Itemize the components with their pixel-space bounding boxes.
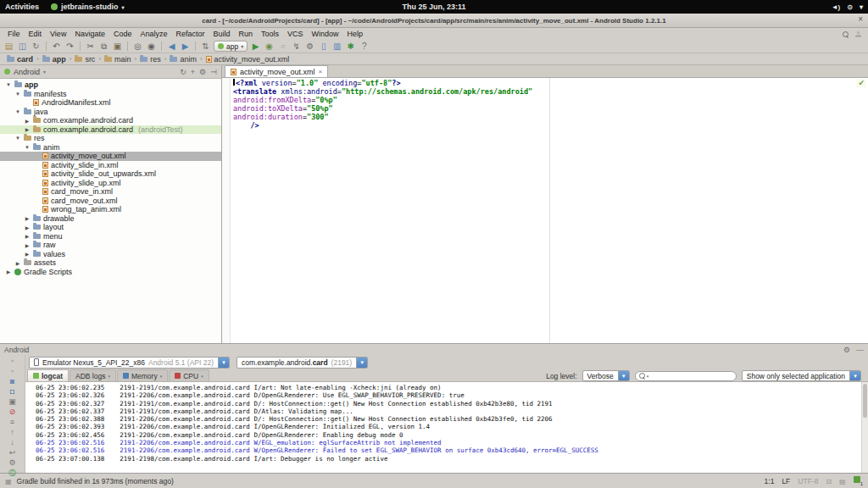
breadcrumb-item-anim[interactable]: anim [168, 55, 198, 64]
collapse-arrow-icon[interactable]: ▼ [14, 92, 21, 97]
log-line[interactable]: 06-25 23:06:02.393 2191-2206/com.example… [36, 423, 868, 430]
scroll-down-icon[interactable]: ↓ [10, 437, 14, 447]
expand-arrow-icon[interactable]: ▶ [24, 225, 31, 230]
menu-edit[interactable]: Edit [25, 30, 47, 38]
tree-item-menu[interactable]: ▶menu [0, 232, 221, 241]
expand-icon[interactable]: + [191, 68, 195, 76]
terminate-app-icon[interactable]: ⊘ [9, 407, 16, 417]
scroll-up-icon[interactable]: ↑ [10, 427, 14, 437]
breadcrumb-item-card[interactable]: card [5, 55, 35, 64]
paste-icon[interactable]: ▣ [112, 42, 123, 51]
panel-gear-icon[interactable]: ⚙ [843, 346, 850, 354]
tree-item-card-move-out-xml[interactable]: card_move_out.xml [0, 197, 221, 206]
menu-analyze[interactable]: Analyze [136, 30, 171, 38]
log-line[interactable]: 06-25 23:06:02.516 2191-2206/com.example… [36, 439, 868, 446]
tree-item-com-example-android-card[interactable]: ▶com.example.android.card [0, 116, 221, 125]
run-configuration-select[interactable]: app ▾ [214, 41, 248, 52]
scroll-from-source-icon[interactable]: ↻ [180, 68, 186, 76]
toolwindow-toggle-icon[interactable]: ▦ [5, 478, 12, 485]
filter-arrow-icon[interactable]: ▼ [849, 370, 860, 381]
run-icon[interactable]: ▶ [250, 42, 261, 51]
menu-tools[interactable]: Tools [257, 30, 283, 38]
expand-arrow-icon[interactable]: ▶ [24, 215, 31, 221]
log-line[interactable]: 06-25 23:06:02.456 2191-2206/com.example… [36, 431, 868, 439]
menu-navigate[interactable]: Navigate [70, 30, 109, 38]
tree-item-java[interactable]: ▼java [0, 108, 221, 117]
close-window-icon[interactable]: × [858, 14, 863, 24]
settings-icon[interactable]: ⚙ [304, 42, 315, 51]
tree-item-activity-move-out-xml[interactable]: activity_move_out.xml [0, 152, 221, 161]
copy-icon[interactable]: ⧉ [98, 42, 109, 51]
back-icon[interactable]: ◀ [166, 42, 177, 51]
menu-file[interactable]: File [3, 30, 25, 38]
hide-panel-icon[interactable]: ⊣ [210, 68, 217, 76]
device-select-arrow-icon[interactable]: ▼ [218, 357, 229, 369]
panel-settings-icon[interactable]: ⚙ [199, 68, 206, 76]
tree-item-values[interactable]: ▶values [0, 250, 221, 259]
expand-arrow-icon[interactable]: ▶ [5, 269, 12, 274]
log-line[interactable]: 06-25 23:06:02.326 2191-2206/com.example… [36, 391, 868, 399]
menu-window[interactable]: Window [308, 30, 343, 38]
user-icon[interactable] [855, 31, 861, 37]
log-level-arrow-icon[interactable]: ▼ [618, 370, 629, 381]
tree-item-activity-slide-in-xml[interactable]: activity_slide_in.xml [0, 161, 221, 170]
expand-arrow-icon[interactable]: ▶ [24, 126, 31, 132]
profile-icon[interactable]: ○ [277, 42, 288, 51]
inspections-profile-icon[interactable]: 1 [854, 476, 863, 486]
tree-item-drawable[interactable]: ▶drawable [0, 214, 221, 224]
expand-arrow-icon[interactable]: ▶ [24, 118, 31, 124]
logcat-filter-select[interactable]: Show only selected application ▼ [742, 370, 861, 381]
collapse-arrow-icon[interactable]: ▼ [5, 82, 12, 87]
status-message[interactable]: Gradle build finished in 1s 973ms (momen… [17, 477, 174, 485]
logcat-tab-memory[interactable]: Memory▾ [117, 369, 168, 381]
log-line[interactable]: 06-25 23:06:02.235 2191-2191/com.example… [36, 384, 868, 391]
breadcrumb-item-src[interactable]: src [73, 55, 97, 64]
tree-item-activity-slide-up-xml[interactable]: activity_slide_up.xml [0, 179, 221, 188]
logcat-output[interactable]: 06-25 23:06:02.235 2191-2191/com.example… [25, 382, 868, 473]
process-select[interactable]: com.example.android.card (2191) ▼ [236, 357, 368, 369]
breadcrumb-item-activity_move_out.xml[interactable]: activity_move_out.xml [204, 55, 292, 64]
code-area[interactable]: <?xml version="1.0" encoding="utf-8"?><t… [222, 78, 868, 343]
tree-item-wrong-tap-anim-xml[interactable]: wrong_tap_anim.xml [0, 205, 221, 214]
collapse-arrow-icon[interactable]: ▼ [14, 136, 21, 141]
collapse-arrow-icon[interactable]: ▼ [24, 145, 31, 150]
logcat-settings-icon[interactable]: ⚙ [8, 458, 15, 468]
tree-item-androidmanifest-xml[interactable]: AndroidManifest.xml [0, 98, 221, 108]
logcat-tab-cpu[interactable]: CPU▾ [169, 369, 209, 381]
code-line[interactable]: <?xml version="1.0" encoding="utf-8"?> [233, 79, 532, 87]
find-icon[interactable]: ◎ [132, 42, 143, 51]
tree-item-activity-slide-out-upwards-xml[interactable]: activity_slide_out_upwards.xml [0, 169, 221, 179]
sdk-manager-icon[interactable]: ✱ [345, 42, 356, 51]
code-line[interactable]: /> [233, 121, 532, 130]
forward-icon[interactable]: ▶ [180, 42, 191, 51]
tree-item-com-example-android-card[interactable]: ▶com.example.android.card(androidTest) [0, 125, 221, 135]
tree-item-assets[interactable]: ▶assets [0, 258, 221, 268]
notifications-icon[interactable]: ▤ [839, 478, 846, 485]
screenshot-icon[interactable]: ◙ [10, 376, 14, 386]
menu-vcs[interactable]: VCS [283, 30, 308, 38]
code-line[interactable]: android:fromXDelta="0%p" [233, 96, 532, 104]
line-separator-indicator[interactable]: LF [782, 477, 790, 485]
log-line[interactable]: 06-25 23:06:02.516 2191-2206/com.example… [36, 446, 868, 454]
code-line[interactable]: <translate xmlns:android="http://schemas… [233, 87, 532, 96]
logcat-search-input[interactable]: ▾ [635, 371, 737, 381]
log-line[interactable]: 06-25 23:06:02.337 2191-2191/com.example… [36, 408, 868, 415]
project-view-selector[interactable]: Android [14, 68, 40, 76]
editor-tab-activity-move-out[interactable]: activity_move_out.xml × [225, 65, 328, 77]
restore-window-icon[interactable]: ▫ [11, 356, 14, 366]
attach-debugger-icon[interactable]: ↯ [291, 42, 302, 51]
app-menu-button[interactable]: jetbrains-studio ▾ [51, 3, 125, 11]
undo-icon[interactable]: ↶ [51, 42, 62, 51]
log-line[interactable]: 06-25 23:06:02.388 2191-2206/com.example… [36, 415, 868, 423]
logcat-scrollbar[interactable] [861, 382, 868, 473]
capture-view-icon[interactable]: ▣ [8, 396, 16, 407]
expand-arrow-icon[interactable]: ▶ [14, 260, 21, 266]
open-icon[interactable]: ▤ [3, 42, 14, 51]
cut-icon[interactable]: ✂ [85, 42, 96, 51]
expand-arrow-icon[interactable]: ▶ [24, 251, 31, 257]
sync-icon[interactable]: ↻ [31, 42, 42, 51]
menu-run[interactable]: Run [235, 30, 258, 38]
volume-icon[interactable]: ◄) [832, 3, 841, 11]
code-line[interactable]: android:toXDelta="50%p" [233, 104, 532, 113]
expand-arrow-icon[interactable]: ▶ [24, 242, 31, 248]
